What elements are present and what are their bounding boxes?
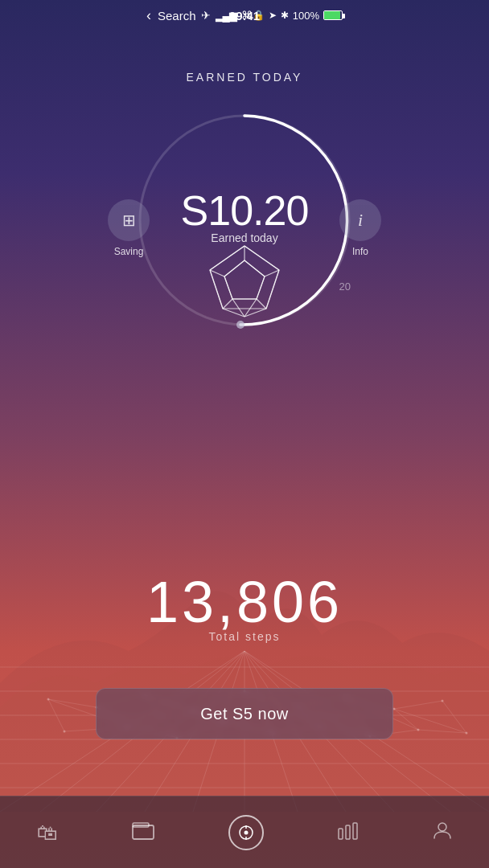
back-label[interactable]: Search	[158, 9, 196, 23]
info-button[interactable]: i Info	[339, 199, 381, 257]
nav-item-stats[interactable]	[325, 816, 372, 850]
saving-label: Saving	[114, 246, 144, 257]
info-label: Info	[352, 246, 368, 257]
svg-point-99	[438, 823, 446, 831]
location-icon: ➤	[269, 10, 277, 21]
nav-item-wallet[interactable]	[119, 816, 167, 850]
steps-count: 13,806	[0, 569, 489, 635]
profile-icon	[433, 821, 452, 844]
saving-button[interactable]: ⊞ Saving	[108, 199, 150, 257]
gem-svg	[192, 236, 297, 341]
saving-icon: ⊞	[108, 199, 150, 241]
svg-rect-97	[346, 825, 350, 839]
nav-item-shop[interactable]: 🛍	[24, 816, 71, 850]
svg-line-84	[257, 276, 265, 299]
shop-icon: 🛍	[37, 822, 58, 843]
svg-rect-98	[353, 823, 357, 839]
status-time: 09:41	[229, 9, 260, 23]
page-title: EARNED TODAY	[187, 71, 303, 84]
wallet-icon	[132, 822, 154, 843]
battery-pct: 100%	[293, 10, 319, 22]
steps-label: Total steps	[0, 630, 489, 643]
status-bar: ‹ Search ✈ ▂▄▆ ⌘ 09:41 🔒 ➤ ✱ 100%	[134, 0, 355, 31]
svg-line-86	[210, 270, 223, 309]
battery-icon	[323, 10, 343, 20]
home-icon-circle	[228, 815, 264, 850]
nav-item-profile[interactable]	[420, 815, 465, 850]
stats-icon	[338, 822, 359, 843]
airplane-icon: ✈	[201, 9, 211, 22]
svg-line-89	[244, 246, 279, 270]
dial-scale-max: 20	[339, 280, 351, 293]
svg-line-87	[266, 270, 279, 309]
gem-decoration	[192, 236, 297, 341]
svg-line-83	[224, 276, 232, 299]
svg-line-82	[244, 260, 265, 276]
svg-line-74	[257, 299, 266, 309]
info-icon: i	[339, 199, 381, 241]
svg-line-88	[210, 246, 244, 270]
back-chevron-icon: ‹	[146, 7, 151, 24]
status-right: 🔒 ➤ ✱ 100%	[253, 10, 343, 22]
svg-line-81	[224, 260, 244, 276]
svg-point-93	[244, 830, 249, 834]
progress-dial: ⊞ Saving i Info 20 S10.20 Earned today	[116, 92, 373, 349]
cta-button[interactable]: Get S5 now	[96, 688, 393, 739]
steps-section: 13,806 Total steps	[0, 569, 489, 643]
cta-label: Get S5 now	[200, 705, 289, 723]
nav-item-home[interactable]	[216, 809, 277, 857]
svg-line-75	[223, 299, 232, 309]
content-container: ‹ Search ✈ ▂▄▆ ⌘ 09:41 🔒 ➤ ✱ 100% EARNED…	[0, 0, 489, 868]
svg-rect-96	[339, 829, 343, 839]
bottom-nav: 🛍	[0, 796, 489, 868]
earned-amount: S10.20	[181, 186, 309, 235]
bluetooth-icon: ✱	[281, 10, 289, 21]
